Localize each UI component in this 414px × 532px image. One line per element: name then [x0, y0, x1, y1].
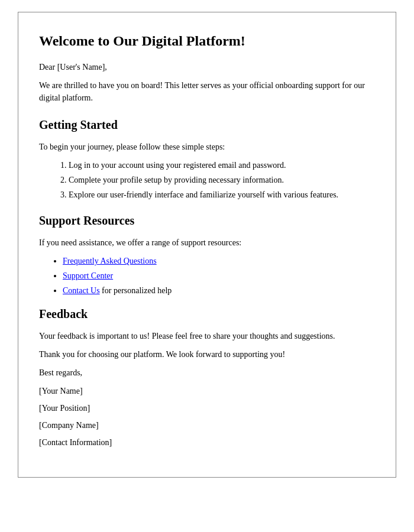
step-3: Explore our user-friendly interface and …: [69, 189, 375, 201]
getting-started-intro: To begin your journey, please follow the…: [39, 141, 375, 153]
steps-list: Log in to your account using your regist…: [69, 159, 375, 201]
step-1: Log in to your account using your regist…: [69, 159, 375, 171]
feedback-text: Your feedback is important to us! Please…: [39, 330, 375, 342]
sender-name: [Your Name]: [39, 385, 375, 397]
support-resources-intro: If you need assistance, we offer a range…: [39, 236, 375, 249]
faq-link[interactable]: Frequently Asked Questions: [63, 257, 157, 265]
support-center-link[interactable]: Support Center: [63, 271, 113, 280]
sign-off: Best regards,: [39, 366, 375, 379]
support-resources-section: Support Resources If you need assistance…: [39, 212, 375, 297]
thank-you-text: Thank you for choosing our platform. We …: [39, 348, 375, 361]
contact-us-link[interactable]: Contact Us: [63, 286, 100, 295]
sender-company: [Company Name]: [39, 419, 375, 432]
document: Welcome to Our Digital Platform! Dear [U…: [18, 12, 396, 478]
page-container: Welcome to Our Digital Platform! Dear [U…: [0, 0, 414, 532]
sender-contact: [Contact Information]: [39, 436, 375, 449]
getting-started-heading: Getting Started: [39, 116, 375, 134]
sender-position: [Your Position]: [39, 402, 375, 414]
getting-started-section: Getting Started To begin your journey, p…: [39, 116, 375, 201]
feedback-heading: Feedback: [39, 305, 375, 323]
resource-support-center: Support Center: [63, 270, 375, 282]
step-2: Complete your profile setup by providing…: [69, 174, 375, 186]
support-resources-heading: Support Resources: [39, 212, 375, 229]
document-title: Welcome to Our Digital Platform!: [39, 30, 375, 51]
feedback-section: Feedback Your feedback is important to u…: [39, 305, 375, 342]
greeting: Dear [User's Name],: [39, 61, 375, 73]
contact-suffix: for personalized help: [100, 286, 172, 295]
resource-faq: Frequently Asked Questions: [63, 255, 375, 267]
resources-list: Frequently Asked Questions Support Cente…: [63, 255, 375, 297]
resource-contact: Contact Us for personalized help: [63, 284, 375, 297]
intro-text: We are thrilled to have you on board! Th…: [39, 79, 375, 104]
